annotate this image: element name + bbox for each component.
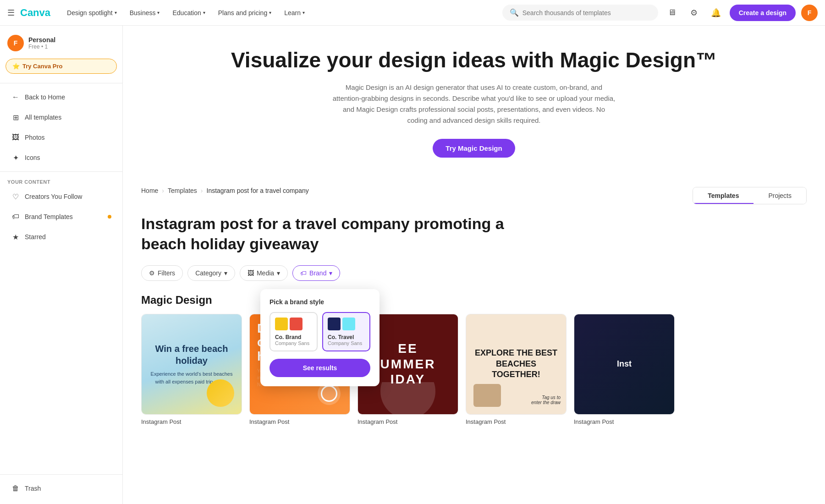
- nav-business[interactable]: Business ▾: [124, 6, 165, 19]
- hero-subtitle: Magic Design is an AI design generator t…: [332, 82, 616, 126]
- sidebar-label-templates: All templates: [25, 114, 61, 121]
- sidebar-section-content: Your Content: [0, 175, 122, 186]
- sidebar-user-info: Personal Free • 1: [28, 36, 55, 50]
- user-avatar[interactable]: F: [801, 5, 818, 21]
- nav-right: 🔍 🖥 ⚙ 🔔 Create a design F: [502, 5, 818, 21]
- monitor-icon[interactable]: 🖥: [664, 5, 680, 21]
- template-label-1: Instagram Post: [141, 418, 242, 425]
- trash-icon: 🗑: [11, 484, 20, 493]
- sidebar-label-photos: Photos: [25, 134, 45, 141]
- hero-section: Visualize your design ideas with Magic D…: [123, 26, 825, 176]
- try-magic-design-button[interactable]: Try Magic Design: [433, 139, 515, 158]
- media-dropdown[interactable]: 🖼 Media ▾: [240, 265, 288, 281]
- template-thumb-5: Inst: [574, 314, 675, 415]
- notifications-icon[interactable]: 🔔: [708, 5, 724, 21]
- filter-icon: ⚙: [149, 269, 155, 277]
- breadcrumb-current: Instagram post for a travel company: [207, 187, 309, 194]
- nav-education[interactable]: Education ▾: [167, 6, 210, 19]
- tabs-container: Templates Projects: [693, 187, 807, 204]
- hamburger-menu-icon[interactable]: ☰: [7, 8, 15, 18]
- brand-options: Co. Brand Company Sans Co. Travel Compan…: [270, 312, 370, 351]
- template-card-1[interactable]: Win a free beach holiday Experience the …: [141, 314, 242, 425]
- chevron-down-icon: ▾: [224, 269, 227, 277]
- sidebar-item-creators[interactable]: ♡ Creators You Follow: [4, 187, 119, 206]
- brand-see-results-button[interactable]: See results: [270, 359, 370, 377]
- sidebar-user-profile[interactable]: F Personal Free • 1: [0, 31, 122, 57]
- swatch-yellow: [275, 318, 288, 330]
- sidebar-label-back-home: Back to Home: [25, 93, 65, 101]
- sidebar-item-icons[interactable]: ✦ Icons: [4, 148, 119, 167]
- logo-text: Canva: [20, 7, 50, 19]
- magic-design-section-title: Magic Design: [141, 294, 807, 307]
- main-content: Visualize your design ideas with Magic D…: [123, 26, 825, 504]
- brand-icon: 🏷: [300, 269, 307, 277]
- sidebar-user-plan: Free • 1: [28, 44, 55, 50]
- template-content: Home › Templates › Instagram post for a …: [123, 176, 825, 436]
- swatch-navy: [328, 318, 341, 330]
- breadcrumb-separator-2: ›: [201, 187, 203, 194]
- brand-option-co-travel[interactable]: Co. Travel Company Sans: [322, 312, 370, 351]
- nav-plans[interactable]: Plans and pricing ▾: [213, 6, 277, 19]
- breadcrumb: Home › Templates › Instagram post for a …: [141, 187, 309, 194]
- search-bar[interactable]: 🔍: [502, 5, 658, 21]
- logo[interactable]: Canva: [20, 7, 50, 19]
- sidebar-label-creators: Creators You Follow: [25, 193, 82, 200]
- brand-option-co-brand[interactable]: Co. Brand Company Sans: [270, 312, 318, 351]
- page-title: Instagram post for a travel company prom…: [141, 214, 508, 254]
- create-design-button[interactable]: Create a design: [730, 5, 796, 21]
- nav-design-spotlight[interactable]: Design spotlight ▾: [61, 6, 122, 19]
- tab-projects[interactable]: Projects: [754, 187, 806, 204]
- sidebar-item-starred[interactable]: ★ Starred: [4, 228, 119, 246]
- chevron-down-icon: ▾: [203, 10, 205, 15]
- template-grid: Win a free beach holiday Experience the …: [141, 314, 807, 425]
- search-icon: 🔍: [510, 8, 519, 17]
- top-navigation: ☰ Canva Design spotlight ▾ Business ▾ Ed…: [0, 0, 825, 26]
- chevron-down-icon: ▾: [157, 10, 160, 15]
- icons-icon: ✦: [11, 153, 20, 162]
- template-thumb-1: Win a free beach holiday Experience the …: [141, 314, 242, 415]
- sidebar-spacer: [0, 247, 122, 474]
- brand-swatches-co-travel: [328, 318, 365, 330]
- template-thumb-4: EXPLORE THE BEST BEACHES TOGETHER! Tag u…: [466, 314, 566, 415]
- chevron-down-icon: ▾: [115, 10, 117, 15]
- template-label-3: Instagram Post: [358, 418, 458, 425]
- try-canva-pro-button[interactable]: ⭐ Try Canva Pro: [6, 59, 117, 74]
- nav-learn[interactable]: Learn ▾: [279, 6, 310, 19]
- template-card-5[interactable]: Inst Instagram Post: [574, 314, 675, 425]
- filters-button[interactable]: ⚙ Filters: [141, 265, 183, 281]
- category-dropdown[interactable]: Category ▾: [187, 265, 235, 281]
- chevron-down-icon: ▾: [302, 10, 305, 15]
- chevron-down-icon: ▾: [277, 269, 280, 277]
- swatch-cyan: [342, 318, 355, 330]
- breadcrumb-home[interactable]: Home: [141, 187, 158, 194]
- filters-row: ⚙ Filters Category ▾ 🖼 Media ▾ 🏷 Brand ▾: [141, 265, 807, 281]
- breadcrumb-templates[interactable]: Templates: [168, 187, 197, 194]
- sidebar-item-back-home[interactable]: ← Back to Home: [4, 88, 119, 106]
- sidebar: F Personal Free • 1 ⭐ Try Canva Pro ← Ba…: [0, 26, 123, 504]
- brand-name-co-travel: Co. Travel: [328, 334, 365, 340]
- sidebar-label-starred: Starred: [25, 233, 46, 241]
- sidebar-divider-2: [0, 171, 122, 172]
- sidebar-item-brand-templates[interactable]: 🏷 Brand Templates: [4, 208, 119, 226]
- swatch-red: [290, 318, 302, 330]
- chevron-down-icon: ▾: [269, 10, 271, 15]
- brand-name-co-brand: Co. Brand: [275, 334, 312, 340]
- sidebar-label-icons: Icons: [25, 154, 40, 161]
- sidebar-divider-1: [0, 83, 122, 83]
- photos-icon: 🖼: [11, 133, 20, 142]
- template-card-4[interactable]: EXPLORE THE BEST BEACHES TOGETHER! Tag u…: [466, 314, 566, 425]
- brand-icon: 🏷: [11, 212, 20, 221]
- sidebar-item-photos[interactable]: 🖼 Photos: [4, 128, 119, 147]
- star-icon: ★: [11, 232, 20, 241]
- tab-templates[interactable]: Templates: [693, 187, 754, 204]
- sidebar-label-trash: Trash: [25, 485, 41, 492]
- breadcrumb-separator-1: ›: [162, 187, 164, 194]
- template-label-4: Instagram Post: [466, 418, 566, 425]
- brand-dropdown-trigger[interactable]: 🏷 Brand ▾: [292, 265, 340, 281]
- sidebar-avatar: F: [7, 35, 24, 51]
- template-label-5: Instagram Post: [574, 418, 675, 425]
- search-input[interactable]: [522, 9, 651, 16]
- sidebar-item-trash[interactable]: 🗑 Trash: [4, 479, 119, 498]
- sidebar-item-all-templates[interactable]: ⊞ All templates: [4, 108, 119, 126]
- settings-icon[interactable]: ⚙: [686, 5, 702, 21]
